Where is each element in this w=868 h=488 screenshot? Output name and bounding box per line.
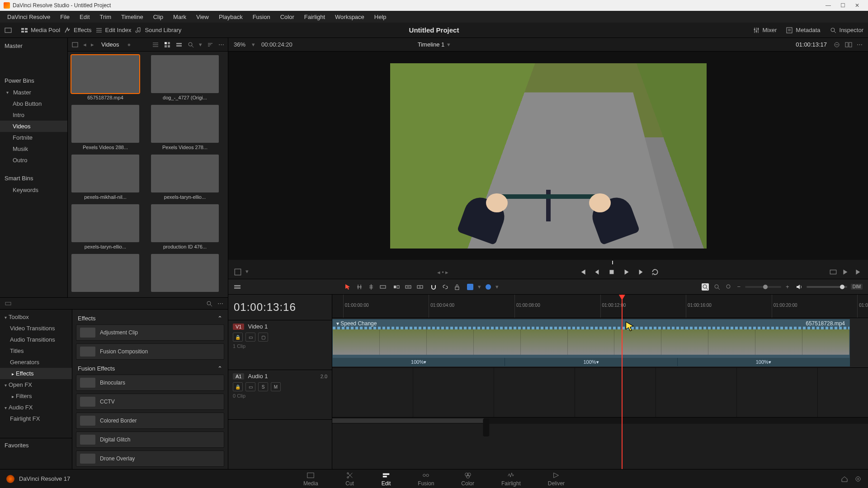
expand-button[interactable] bbox=[5, 27, 12, 34]
effect-drone-overlay[interactable]: Drone Overlay bbox=[76, 450, 224, 467]
page-edit[interactable]: Edit bbox=[382, 471, 391, 487]
a1-header[interactable]: A1Audio 12.0 🔒 ▭ S M 0 Clip bbox=[228, 370, 332, 420]
timeline-ruler[interactable]: 01:00:00:0001:00:04:0001:00:08:0001:00:1… bbox=[332, 295, 868, 318]
menu-trim[interactable]: Trim bbox=[95, 12, 116, 22]
media-thumb[interactable] bbox=[71, 254, 139, 294]
filters-node[interactable]: ▸Filters bbox=[0, 390, 72, 402]
bin-outro[interactable]: Outro bbox=[0, 155, 67, 166]
sound-library-toggle[interactable]: Sound Library bbox=[135, 27, 181, 34]
effects-node[interactable]: ▸Effects bbox=[0, 368, 72, 379]
volume-slider[interactable] bbox=[807, 286, 847, 288]
zoom-toggle-icon[interactable] bbox=[702, 283, 709, 291]
play-icon[interactable] bbox=[622, 268, 630, 276]
effect-colored-border[interactable]: Colored Border bbox=[76, 413, 224, 429]
menu-fusion[interactable]: Fusion bbox=[248, 12, 275, 22]
selection-tool-icon[interactable] bbox=[344, 283, 351, 291]
match-frame-icon[interactable] bbox=[829, 268, 837, 276]
page-fairlight[interactable]: Fairlight bbox=[501, 471, 521, 487]
link-icon[interactable] bbox=[442, 283, 449, 291]
project-settings-icon[interactable] bbox=[854, 475, 862, 483]
menu-help[interactable]: Help bbox=[370, 12, 391, 22]
media-thumb[interactable]: production ID 476... bbox=[151, 204, 219, 249]
v1-track[interactable]: ▾ Speed Change 657518728.mp4 100% ▾ 100%… bbox=[332, 318, 868, 368]
page-deliver[interactable]: Deliver bbox=[548, 471, 565, 487]
audiofx-node[interactable]: Audio FX bbox=[0, 402, 72, 413]
bypass-icon[interactable] bbox=[833, 41, 840, 48]
media-thumb[interactable] bbox=[151, 254, 219, 294]
bin-musik[interactable]: Musik bbox=[0, 143, 67, 155]
fxtree-titles[interactable]: Titles bbox=[0, 345, 72, 357]
viewer-zoom[interactable]: 36% bbox=[234, 41, 245, 48]
page-fusion[interactable]: Fusion bbox=[418, 471, 434, 487]
breadcrumb[interactable]: Videos bbox=[101, 41, 119, 48]
go-start-icon[interactable] bbox=[579, 268, 587, 276]
auto-select-toggle[interactable]: ▭ bbox=[245, 333, 255, 342]
power-master[interactable]: Master bbox=[0, 87, 67, 98]
menu-file[interactable]: File bbox=[56, 12, 74, 22]
bin-fortnite[interactable]: Fortnite bbox=[0, 132, 67, 143]
video-clip[interactable]: ▾ Speed Change 657518728.mp4 100% ▾ 100%… bbox=[332, 319, 850, 366]
search-icon[interactable] bbox=[206, 300, 213, 307]
snap-icon[interactable] bbox=[430, 283, 437, 291]
menu-view[interactable]: View bbox=[192, 12, 213, 22]
go-out-icon[interactable] bbox=[854, 268, 863, 276]
menu-fairlight[interactable]: Fairlight bbox=[300, 12, 330, 22]
menu-timeline[interactable]: Timeline bbox=[117, 12, 148, 22]
metadata-toggle[interactable]: Metadata bbox=[786, 27, 820, 34]
mute-toggle[interactable]: M bbox=[271, 382, 281, 391]
fit-icon[interactable] bbox=[416, 283, 424, 291]
page-media[interactable]: Media bbox=[303, 471, 318, 487]
media-pool-toggle[interactable]: Media Pool bbox=[21, 27, 60, 34]
mixer-toggle[interactable]: Mixer bbox=[753, 27, 777, 34]
inspector-toggle[interactable]: Inspector bbox=[830, 27, 863, 34]
menu-davinci-resolve[interactable]: DaVinci Resolve bbox=[3, 12, 55, 22]
effects-toggle[interactable]: Effects bbox=[64, 27, 92, 34]
thumb-view-icon[interactable] bbox=[164, 41, 171, 48]
close-button[interactable]: ✕ bbox=[850, 2, 864, 9]
stop-icon[interactable] bbox=[608, 268, 616, 276]
prev-frame-icon[interactable] bbox=[593, 268, 601, 276]
detail-zoom-icon[interactable] bbox=[713, 283, 721, 291]
search-icon[interactable] bbox=[187, 41, 194, 48]
power-bins-header[interactable]: Power Bins bbox=[0, 75, 67, 87]
blade-tool-icon[interactable] bbox=[368, 283, 375, 291]
zoom-in-button[interactable]: + bbox=[786, 283, 789, 290]
list-view-icon[interactable] bbox=[152, 41, 159, 48]
menu-clip[interactable]: Clip bbox=[149, 12, 168, 22]
collapse-icon[interactable]: ⌃ bbox=[217, 365, 222, 372]
media-thumb[interactable]: pexels-taryn-ellio... bbox=[151, 155, 219, 200]
lock-toggle[interactable]: 🔒 bbox=[233, 382, 243, 391]
dim-button[interactable]: DIM bbox=[851, 284, 863, 290]
sort-icon[interactable] bbox=[207, 41, 214, 48]
toolbox-node[interactable]: Toolbox bbox=[0, 311, 72, 323]
effect-binoculars[interactable]: Binoculars bbox=[76, 375, 224, 391]
bin-intro[interactable]: Intro bbox=[0, 109, 67, 121]
edit-index-toggle[interactable]: Edit Index bbox=[95, 27, 132, 34]
maximize-button[interactable]: ☐ bbox=[835, 2, 850, 9]
fxtree-video-transitions[interactable]: Video Transitions bbox=[0, 323, 72, 334]
zoom-out-button[interactable]: − bbox=[737, 283, 741, 290]
effect-digital-glitch[interactable]: Digital Glitch bbox=[76, 432, 224, 448]
overwrite-icon[interactable] bbox=[393, 283, 400, 291]
strip-view-icon[interactable] bbox=[175, 41, 183, 48]
timeline-body[interactable]: 01:00:00:0001:00:04:0001:00:08:0001:00:1… bbox=[332, 295, 868, 469]
viewer-scrubber[interactable] bbox=[228, 260, 868, 265]
media-thumb[interactable]: 657518728.mp4 bbox=[71, 55, 139, 100]
timeline-hscroll[interactable] bbox=[332, 418, 868, 424]
bin-videos[interactable]: Videos bbox=[0, 121, 67, 132]
playhead[interactable] bbox=[622, 295, 623, 469]
menu-edit[interactable]: Edit bbox=[75, 12, 94, 22]
dual-view-icon[interactable] bbox=[845, 41, 852, 48]
master-bin[interactable]: Master bbox=[0, 40, 67, 52]
panel-menu-icon[interactable] bbox=[71, 41, 79, 48]
menu-mark[interactable]: Mark bbox=[169, 12, 191, 22]
lock-toggle[interactable]: 🔒 bbox=[233, 333, 243, 342]
bin-abo button[interactable]: Abo Button bbox=[0, 98, 67, 109]
collapse-icon[interactable]: ⌃ bbox=[217, 315, 222, 322]
replace-icon[interactable] bbox=[405, 283, 412, 291]
insert-icon[interactable] bbox=[379, 283, 387, 291]
menu-playback[interactable]: Playback bbox=[214, 12, 247, 22]
trim-tool-icon[interactable] bbox=[356, 283, 363, 291]
enable-toggle[interactable]: ▢ bbox=[258, 333, 268, 342]
fairlightfx-node[interactable]: Fairlight FX bbox=[0, 413, 72, 424]
